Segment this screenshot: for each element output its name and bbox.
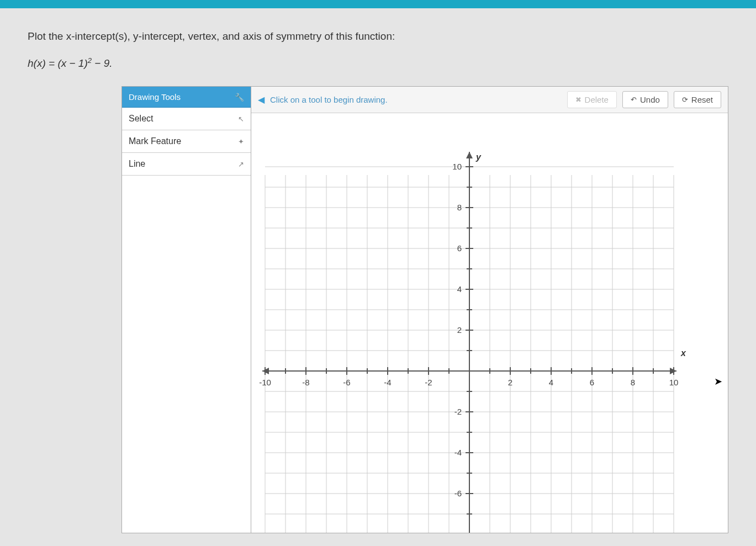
svg-text:-8: -8 xyxy=(302,378,309,387)
svg-text:-4: -4 xyxy=(384,378,391,387)
coordinate-plane[interactable]: x y -10-8-6-4-2246810246810-2-4-6 ➤ xyxy=(251,113,728,533)
toolbar-hint: Click on a tool to begin drawing. xyxy=(270,95,562,104)
content-area: Plot the x-intercept(s), y-intercept, ve… xyxy=(0,8,756,546)
plus-icon: ✦ xyxy=(238,137,244,146)
svg-text:-6: -6 xyxy=(454,489,462,498)
question-prompt: Plot the x-intercept(s), y-intercept, ve… xyxy=(28,30,728,43)
tools-title: Drawing Tools xyxy=(129,92,181,102)
header-bar xyxy=(0,0,756,8)
svg-text:10: 10 xyxy=(452,162,462,171)
drawing-tools-panel: Drawing Tools 🔧 Select ↖ Mark Feature ✦ … xyxy=(121,86,251,533)
undo-icon: ↶ xyxy=(631,96,637,104)
tool-mark-feature[interactable]: Mark Feature ✦ xyxy=(122,130,251,153)
svg-text:10: 10 xyxy=(669,378,679,387)
svg-text:2: 2 xyxy=(508,378,512,387)
svg-text:-2: -2 xyxy=(454,407,462,416)
svg-text:4: 4 xyxy=(549,378,553,387)
svg-text:-4: -4 xyxy=(454,448,462,457)
delete-icon: ✖ xyxy=(575,96,581,104)
x-axis-label: x xyxy=(680,348,686,358)
svg-text:6: 6 xyxy=(590,378,594,387)
tool-line[interactable]: Line ↗ xyxy=(122,153,251,176)
tool-label: Select xyxy=(129,114,153,124)
svg-text:8: 8 xyxy=(457,203,462,212)
cursor-icon: ↖ xyxy=(238,115,244,123)
graph-panel: ◀ Click on a tool to begin drawing. ✖ De… xyxy=(251,86,728,533)
equation-text: h(x) = (x − 1)2 − 9. xyxy=(28,56,728,70)
svg-text:-10: -10 xyxy=(259,378,271,387)
svg-text:-6: -6 xyxy=(343,378,350,387)
wrench-icon[interactable]: 🔧 xyxy=(235,93,244,102)
tool-select[interactable]: Select ↖ xyxy=(122,108,251,130)
tools-header: Drawing Tools 🔧 xyxy=(122,87,251,108)
svg-text:2: 2 xyxy=(457,325,462,335)
reset-button[interactable]: ⟳ Reset xyxy=(674,91,721,108)
tool-label: Mark Feature xyxy=(129,136,181,146)
reset-icon: ⟳ xyxy=(682,96,688,104)
svg-text:-2: -2 xyxy=(425,378,432,387)
collapse-icon[interactable]: ◀ xyxy=(258,94,265,105)
y-axis-arrow-up xyxy=(466,152,473,158)
svg-text:6: 6 xyxy=(457,243,462,253)
svg-text:4: 4 xyxy=(457,284,462,294)
undo-button[interactable]: ↶ Undo xyxy=(622,91,668,108)
mouse-cursor-icon: ➤ xyxy=(714,375,722,388)
line-icon: ↗ xyxy=(238,160,244,168)
delete-button: ✖ Delete xyxy=(567,91,617,108)
graph-toolbar: ◀ Click on a tool to begin drawing. ✖ De… xyxy=(251,87,728,113)
tool-label: Line xyxy=(129,159,145,169)
svg-text:8: 8 xyxy=(631,378,635,387)
graph-svg[interactable]: x y -10-8-6-4-2246810246810-2-4-6 xyxy=(251,113,688,533)
workspace: Drawing Tools 🔧 Select ↖ Mark Feature ✦ … xyxy=(121,86,728,533)
y-axis-label: y xyxy=(475,152,482,162)
